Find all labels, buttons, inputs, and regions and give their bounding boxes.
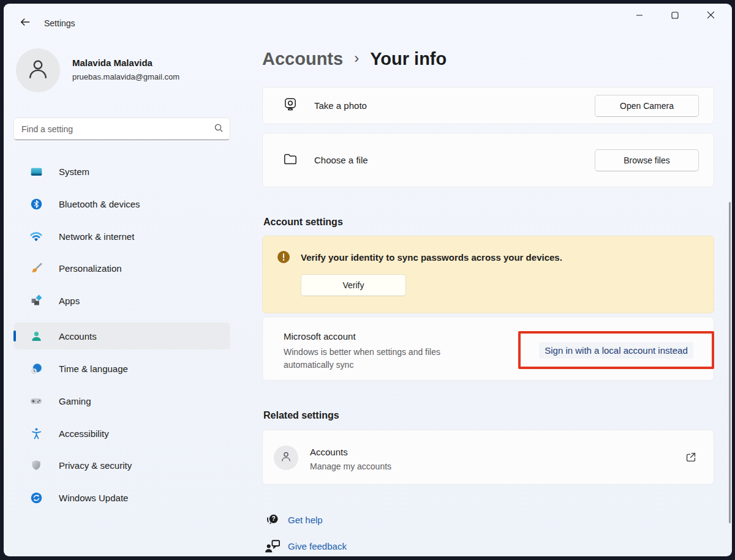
person-icon (24, 56, 51, 85)
window-title: Settings (44, 18, 75, 28)
verify-identity-banner: Verify your identity to sync passwords a… (262, 236, 714, 313)
related-accounts-card[interactable]: Accounts Manage my accounts (262, 430, 714, 485)
microsoft-account-title: Microsoft account (284, 331, 356, 342)
section-header-related-settings: Related settings (263, 410, 339, 421)
get-help-row: ? Get help (262, 509, 323, 530)
breadcrumb: Accounts › Your info (262, 49, 447, 69)
maximize-button[interactable] (657, 4, 693, 28)
feedback-icon (262, 537, 283, 554)
close-icon (707, 10, 715, 21)
external-link-icon[interactable] (684, 450, 698, 466)
take-a-photo-row: Take a photo Open Camera (262, 87, 714, 124)
microsoft-account-description: Windows is better when settings and file… (284, 346, 473, 371)
open-camera-button[interactable]: Open Camera (595, 95, 699, 117)
get-help-link[interactable]: Get help (288, 515, 323, 525)
person-icon (279, 449, 293, 466)
maximize-icon (671, 10, 679, 21)
give-feedback-link[interactable]: Give feedback (288, 541, 347, 551)
close-button[interactable] (693, 4, 728, 28)
red-annotation-box: Sign in with a local account instead (518, 331, 714, 369)
warning-icon (277, 251, 290, 263)
window-controls (622, 4, 728, 28)
verify-button[interactable]: Verify (301, 274, 406, 296)
main-scroll-area: Take a photo Open Camera Choose a file B… (4, 86, 732, 556)
minimize-icon (636, 10, 643, 21)
accounts-avatar (274, 446, 298, 470)
row-label: Choose a file (314, 155, 368, 165)
page-title: Your info (370, 49, 447, 69)
webcam-icon (282, 97, 298, 115)
browse-files-button[interactable]: Browse files (595, 149, 699, 171)
choose-a-file-row: Choose a file Browse files (262, 133, 714, 187)
row-label: Take a photo (314, 100, 367, 111)
desktop: { "window": { "title": "Settings" }, "us… (0, 0, 735, 560)
help-icon: ? (262, 512, 283, 528)
settings-window: Settings Malavida Malavida pruebas.malav… (4, 4, 732, 556)
related-item-title: Accounts (310, 447, 348, 457)
user-email: pruebas.malavida@gmail.com (72, 72, 179, 81)
minimize-button[interactable] (622, 4, 657, 28)
microsoft-account-card: Microsoft account Windows is better when… (262, 316, 714, 381)
svg-text:?: ? (271, 515, 275, 522)
chevron-right-icon: › (354, 50, 359, 69)
banner-text: Verify your identity to sync passwords a… (301, 252, 562, 263)
sign-in-local-account-link[interactable]: Sign in with a local account instead (539, 342, 693, 359)
section-header-account-settings: Account settings (263, 217, 343, 228)
breadcrumb-parent[interactable]: Accounts (262, 49, 343, 69)
back-arrow-icon (19, 16, 31, 31)
scrollbar-thumb[interactable] (729, 202, 731, 523)
give-feedback-row: Give feedback (262, 536, 347, 556)
folder-icon (282, 151, 298, 170)
related-item-subtitle: Manage my accounts (310, 461, 391, 471)
user-name: Malavida Malavida (72, 58, 153, 68)
back-button[interactable] (15, 14, 36, 32)
